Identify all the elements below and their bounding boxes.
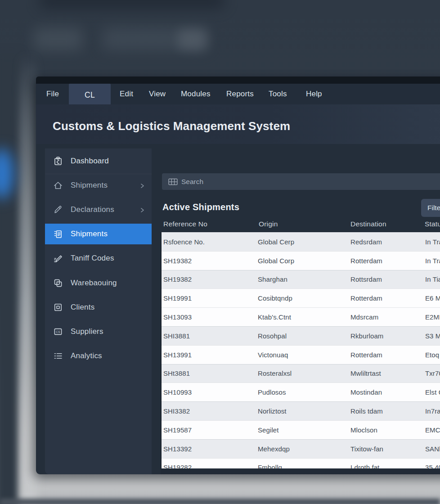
cell-destination: Rotterdam <box>350 256 382 264</box>
menu-item-help[interactable]: Help <box>306 84 322 104</box>
table-row[interactable]: SHt3881RosteralxslMwliltrtastTxr70 <box>162 364 440 383</box>
cell-origin: Rosteralxsl <box>258 369 292 377</box>
filter-button[interactable]: Filter <box>421 199 440 217</box>
table-footer-strip <box>161 468 440 474</box>
cell-status: Txr70 <box>425 369 440 377</box>
sidebar: DashboardShipmentsDeclarationsShipmentsT… <box>45 148 152 474</box>
menu-item-reports[interactable]: Reports <box>226 84 254 104</box>
cell-destination: Rkburloam <box>350 332 383 339</box>
sidebar-divider <box>45 174 152 174</box>
table-row[interactable]: Rsfoence No.Global CerpRedsrdamIn Tra <box>162 232 440 251</box>
cell-destination: Mdsrcam <box>350 313 378 321</box>
cell-reference: SH19991 <box>163 294 192 302</box>
cell-origin: Global Corp <box>258 256 294 264</box>
cell-status: In7ra <box>425 407 440 415</box>
cell-origin: Mehexdqp <box>258 445 290 452</box>
cell-destination: Mloclson <box>350 426 377 433</box>
search-input[interactable] <box>181 178 316 186</box>
cell-origin: Fmbollg <box>258 464 282 468</box>
cell-destination: Roils tdam <box>350 407 383 415</box>
app-window: CL FileEditViewModulesReportsToolsHelp C… <box>36 76 440 474</box>
sidebar-item-suppliers[interactable]: CSSuppliers <box>45 321 152 342</box>
sidebar-item-declarations[interactable]: Declarations <box>45 199 152 220</box>
cell-reference: SH19587 <box>163 426 192 433</box>
cell-origin: Global Cerp <box>258 238 294 245</box>
menu-item-modules[interactable]: Modules <box>181 84 211 104</box>
section-header: Active Shipments Filter <box>162 189 440 216</box>
menu-tab-cl[interactable]: CL <box>69 84 111 106</box>
cell-reference: SHI3382 <box>163 407 190 415</box>
cell-status: In Tra <box>425 256 440 264</box>
table-row[interactable]: SH13991VictonuaqRotterdamEtoq <box>162 345 440 364</box>
table-row[interactable]: SHI3881RosohpalRkburloamS3 M <box>162 326 440 345</box>
background-blur-topbar <box>40 0 224 8</box>
table-row[interactable]: SHI3382NorliztostRoils tdamIn7ra <box>162 401 440 420</box>
table-row[interactable]: SH13392MehexdqpTixitow-fanSANk <box>162 439 440 458</box>
search-bar[interactable] <box>162 173 440 190</box>
sidebar-item-dashboard[interactable]: Dashboard <box>45 151 152 171</box>
table-body: Rsfoence No.Global CerpRedsrdamIn TraSH1… <box>161 232 440 468</box>
cell-destination: Rotterdam <box>350 351 382 358</box>
sidebar-item-label: Dashboard <box>71 157 109 166</box>
sidebar-item-label: Shipments <box>71 230 108 238</box>
sidebar-item-label: Clients <box>71 303 94 312</box>
table-row[interactable]: SH19382SharghanRottsrdamIn Tia <box>162 270 440 289</box>
cell-status: In Tia <box>425 275 440 283</box>
shipments-table: Reference NoOriginDestinationStatus Rsfo… <box>161 219 440 468</box>
supplier-icon: CS <box>53 326 63 337</box>
background-blur-button-1 <box>34 28 82 50</box>
column-header-status: Status <box>425 220 440 228</box>
cell-status: Etoq <box>425 351 439 358</box>
cell-destination: Mostindan <box>350 388 382 396</box>
table-row[interactable]: SH13093Ktab's.CtntMdsrcamE2ML <box>162 307 440 326</box>
cell-reference: Rsfoence No. <box>163 238 205 245</box>
list-icon <box>53 351 63 361</box>
sidebar-item-clients[interactable]: Clients <box>45 297 152 318</box>
sidebar-item-label: Shipments <box>71 181 108 190</box>
menu-item-file[interactable]: File <box>46 84 59 104</box>
cell-reference: SH13991 <box>163 351 192 358</box>
table-row[interactable]: SH19282FmbollgLdroth fat35.40 <box>162 458 440 468</box>
sidebar-item-shipments[interactable]: Shipments <box>45 175 152 196</box>
column-header-origin: Origin <box>259 220 278 228</box>
column-header-destination: Destination <box>350 220 386 228</box>
search-icon <box>168 178 178 185</box>
cell-origin: Cosibtqndp <box>258 294 292 302</box>
main-content: Active Shipments Filter Reference NoOrig… <box>161 144 440 474</box>
chevron-right-icon <box>139 207 145 213</box>
svg-text:CS: CS <box>56 330 60 333</box>
cell-status: E6 M2 <box>425 294 440 302</box>
table-row[interactable]: SH19382Global CorpRotterdamIn Tra <box>162 251 440 270</box>
cell-destination: Rotterdam <box>350 294 382 302</box>
copy-icon <box>53 278 63 288</box>
cell-reference: SH19382 <box>163 275 192 283</box>
table-row[interactable]: SH10993PudlososMostindanElst C <box>162 382 440 401</box>
cell-origin: Segilet <box>258 426 279 433</box>
cell-status: EMC. <box>425 426 440 433</box>
signature-icon <box>53 253 63 264</box>
sidebar-item-warebaouing[interactable]: Warebaouing <box>45 273 152 293</box>
table-row[interactable]: SH19587SegiletMloclsonEMC. <box>162 420 440 439</box>
table-header: Reference NoOriginDestinationStatus <box>161 219 440 233</box>
cell-status: Elst C <box>425 388 440 396</box>
menu-item-view[interactable]: View <box>149 84 166 104</box>
menu-item-tools[interactable]: Tools <box>269 84 287 104</box>
cell-reference: SH13093 <box>163 313 192 321</box>
background-blur-bottom-bar <box>0 499 440 504</box>
sidebar-item-analytics[interactable]: Analytics <box>45 346 152 366</box>
sidebar-item-taniff-codes[interactable]: Taniff Codes <box>45 248 152 269</box>
cell-reference: SHI3881 <box>163 332 190 339</box>
cell-reference: SH19282 <box>163 464 192 468</box>
sidebar-item-shipments-selected[interactable]: Shipments <box>45 224 152 244</box>
cell-reference: SHt3881 <box>163 369 190 377</box>
background-blur-button-3 <box>178 30 206 50</box>
table-row[interactable]: SH19991CosibtqndpRotterdamE6 M2 <box>162 288 440 307</box>
sidebar-item-label: Declarations <box>71 205 114 214</box>
sidebar-item-label: Analytics <box>71 351 102 360</box>
sidebar-item-label: Warebaouing <box>71 279 117 288</box>
column-header-reference-no: Reference No <box>163 220 207 228</box>
cell-destination: Ldroth fat <box>350 464 379 468</box>
cell-origin: Norliztost <box>258 407 287 415</box>
cell-status: E2ML <box>425 313 440 321</box>
menu-item-edit[interactable]: Edit <box>120 84 133 104</box>
